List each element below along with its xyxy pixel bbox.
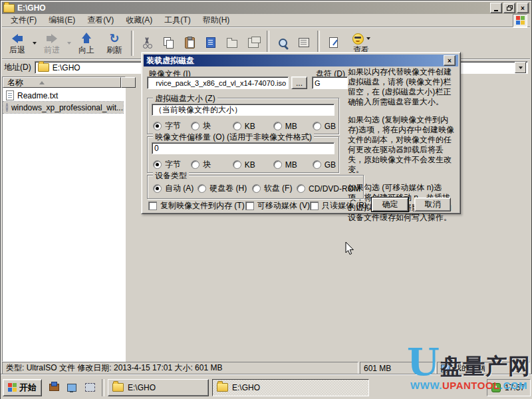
text-file-icon [6,90,14,100]
copy-icon [164,37,171,46]
checkbox-readonly-media[interactable]: 只读媒体 (R) [310,200,367,211]
tray-app-icon[interactable] [491,383,501,392]
file-list-panel: 名称 Readme.txt windows_xp_professional_wi… [2,76,126,362]
list-item-readme[interactable]: Readme.txt [3,90,123,101]
minimize-button[interactable] [490,3,502,13]
image-offset-label: 映像文件偏移量 (O) (适用于非映像文件格式) [153,132,314,143]
windows-logo-icon [513,14,527,27]
radio-device-floppy[interactable]: 软盘 (F) [252,183,297,194]
views-smiley-icon [352,33,364,45]
window-titlebar[interactable]: E:\GHO × [2,2,530,14]
scissors-icon [142,37,152,48]
close-button[interactable]: × [517,3,529,13]
back-button[interactable]: 后退 [3,29,31,57]
menu-view[interactable]: 查看(V) [81,13,120,27]
start-button[interactable]: 开始 [3,379,42,396]
iso-file-icon [6,103,8,112]
offset-input[interactable]: 0 [152,142,334,154]
column-header-name[interactable]: 名称 [3,77,121,88]
taskbar-task-explorer[interactable]: E:\GHO [108,379,209,396]
quick-launch-icon-1[interactable] [48,382,60,394]
refresh-button[interactable]: ↻ 刷新 [100,29,128,57]
blue-document-icon [206,37,215,48]
radio-offset-bytes[interactable]: 字节 [153,159,191,170]
radio-device-cddvd[interactable]: CD/DVD-ROM [297,184,360,194]
drive-icon [299,38,309,47]
up-arrow-icon [82,33,91,45]
taskbar: 开始 E:\GHO E:\GHO 17:57 [1,374,532,399]
radio-device-auto[interactable]: 自动 (A) [153,183,198,194]
list-item-windows-xp-iso[interactable]: windows_xp_professional_wit... [3,102,123,113]
up-button[interactable]: 向上 [72,29,100,57]
radio-size-gb[interactable]: GB [313,122,336,131]
forward-button[interactable]: 前进 [38,29,66,57]
window-controls: × [490,3,529,13]
radio-device-hdd[interactable]: 硬盘卷 (H) [198,183,251,194]
menu-edit[interactable]: 编辑(E) [43,13,81,27]
radio-size-blocks[interactable]: 块 [191,120,233,132]
show-desktop-icon[interactable] [66,382,78,394]
radio-offset-blocks[interactable]: 块 [191,159,233,170]
properties-icon [329,37,338,48]
drive-letter-input[interactable]: G [312,76,348,89]
menu-tools[interactable]: 工具(T) [158,13,196,27]
status-size: 601 MB [360,362,436,374]
forward-arrow-icon [47,33,57,45]
image-file-input[interactable]: rvice_pack_3_x86_cd_vl_x14-74070.iso [147,76,289,89]
taskbar-task-explorer-active[interactable]: E:\GHO [212,379,369,396]
cancel-button[interactable]: 取消 [414,198,451,211]
search-icon [279,39,287,47]
copy-to-button[interactable] [243,31,264,54]
folder-copy-icon [248,40,259,48]
folders-button[interactable] [293,31,315,54]
radio-offset-gb[interactable]: GB [313,160,336,170]
column-header-extra[interactable] [121,77,136,88]
disk-size-input[interactable]: （当前映像文件的大小） [152,104,334,116]
radio-offset-mb[interactable]: MB [273,160,313,170]
copy-button[interactable] [158,31,179,54]
device-type-label: 设备类型 [153,170,189,182]
ok-button[interactable]: 确定 [372,198,408,211]
folder-icon [112,383,124,392]
address-dropdown-button[interactable] [515,62,526,73]
clock: 17:57 [505,383,525,392]
folder-icon [3,4,15,13]
checkbox-removable-media[interactable]: 可移动媒体 (V) [245,200,310,211]
taskbar-separator [102,379,104,396]
status-file-info: 类型: UltraISO 文件 修改日期: 2013-4-15 17:01 大小… [2,362,358,374]
cut-button[interactable] [136,31,158,54]
back-arrow-icon [12,33,23,45]
radio-size-bytes[interactable]: 字节 [153,120,191,132]
properties-button[interactable] [323,31,344,54]
window-title: E:\GHO [17,3,487,13]
radio-size-kb[interactable]: KB [233,122,273,131]
paste-button[interactable] [179,31,200,54]
undo-button[interactable] [200,31,221,54]
restore-button[interactable] [503,3,515,13]
menu-help[interactable]: 帮助(H) [197,13,236,27]
menu-file[interactable]: 文件(F) [5,13,43,27]
device-type-group: 设备类型 自动 (A) 硬盘卷 (H) 软盘 (F) CD/DVD-ROM [147,175,364,199]
menu-bar: 文件(F) 编辑(E) 查看(V) 收藏(A) 工具(T) 帮助(H) [2,14,530,27]
address-label: 地址(D) [4,62,31,73]
window-switch-icon[interactable] [84,382,96,394]
checkbox-copy-to-memory[interactable]: 复制映像文件到内存 (T) [148,200,245,211]
refresh-icon: ↻ [109,33,119,45]
move-to-button[interactable] [221,31,243,54]
menu-favorites[interactable]: 收藏(A) [120,13,158,27]
back-dropdown[interactable] [31,29,38,57]
toolbar-separator [131,31,134,56]
mount-virtual-disk-dialog: 装载虚拟磁盘 × 映像文件 (I) rvice_pack_3_x86_cd_vl… [141,52,461,214]
forward-dropdown[interactable] [66,29,72,57]
dialog-close-button[interactable]: × [444,55,456,66]
virtual-disk-size-group: 虚拟磁盘大小 (Z) （当前映像文件的大小） 字节 块 KB MB GB [147,98,339,134]
search-button[interactable] [272,31,293,54]
dialog-titlebar[interactable]: 装载虚拟磁盘 × [144,55,458,66]
sort-ascending-icon [39,81,45,84]
radio-size-mb[interactable]: MB [273,122,313,131]
system-tray: 17:57 [487,379,531,396]
radio-offset-kb[interactable]: KB [233,160,273,170]
browse-button[interactable]: ... [291,76,307,89]
desktop-screen: E:\GHO × 文件(F) 编辑(E) 查看(V) 收藏(A) 工具(T) 帮… [0,0,532,399]
open-folder-icon [217,383,228,392]
